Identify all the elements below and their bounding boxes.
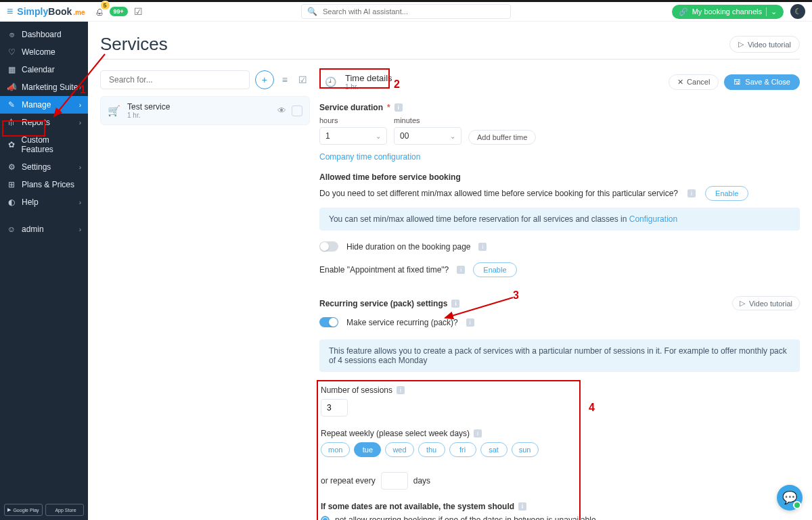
info-icon[interactable]: i <box>474 429 482 438</box>
gear-icon: ⚙ <box>7 162 16 172</box>
fixed-time-block: Enable "Appointment at fixed time"? i En… <box>319 262 800 277</box>
info-icon[interactable]: i <box>466 318 474 327</box>
hours-value: 1 <box>325 131 330 141</box>
duration-label: Service duration * i <box>319 103 800 112</box>
sidebar-item-user[interactable]: ☺ admin › <box>0 220 88 238</box>
hide-duration-toggle[interactable] <box>319 241 338 252</box>
company-time-config-link[interactable]: Company time configuration <box>319 152 420 162</box>
sessions-wrapper: Number of sessions i Repeat weekly (plea… <box>319 381 800 520</box>
configuration-link[interactable]: Configuration <box>629 214 677 224</box>
visibility-icon[interactable]: 👁 <box>277 105 286 116</box>
detail-header: 🕘 Time details 1 hr. ✕ Cancel 🖫 Save & C… <box>319 70 800 93</box>
unavail-option-0[interactable]: not allow recurring bookings if one of t… <box>321 515 798 520</box>
cancel-button[interactable]: ✕ Cancel <box>669 74 719 90</box>
plans-icon: ⊞ <box>7 180 16 189</box>
top-icons: 🕭 5 99+ ☑ <box>95 6 143 18</box>
content-columns: + ≡ ☑ 🛒 Test service 1 hr. 👁 <box>100 70 800 520</box>
logo-book: Book <box>48 6 72 17</box>
select-all-icon[interactable]: ☑ <box>296 72 310 88</box>
day-chip-sat[interactable]: sat <box>480 442 508 457</box>
store-label: App Store <box>55 508 76 513</box>
clock-icon: 🕘 <box>322 74 338 90</box>
logo-s: S <box>17 6 23 17</box>
sidebar-item-welcome[interactable]: ♡ Welcome <box>0 43 88 61</box>
sidebar-item-help[interactable]: ◐ Help › <box>0 193 88 211</box>
list-view-icon[interactable]: ≡ <box>279 72 290 88</box>
info-icon[interactable]: i <box>457 266 465 274</box>
ai-search-input[interactable] <box>321 7 505 16</box>
ai-search[interactable]: 🔍 <box>301 4 511 19</box>
activity-badge[interactable]: 99+ <box>109 6 129 17</box>
sidebar-item-label: Manage <box>22 100 51 110</box>
video-tutorial-button[interactable]: ▷ Video tutorial <box>729 36 800 53</box>
day-chip-sun[interactable]: sun <box>512 442 539 457</box>
quick-calendar-icon[interactable]: ☑ <box>134 6 143 17</box>
menu-toggle-icon[interactable]: ≡ <box>7 5 13 18</box>
hide-duration-block: Hide duration on the booking page i <box>319 241 800 252</box>
chat-fab[interactable]: 💬 <box>777 485 803 511</box>
repeat-every-row: or repeat every days <box>321 472 798 490</box>
banner-prefix: You can set min/max allowed time before … <box>329 214 629 224</box>
make-recurring-toggle[interactable] <box>319 317 338 327</box>
info-icon[interactable]: i <box>518 502 526 511</box>
service-checkbox[interactable] <box>292 105 302 116</box>
sidebar-item-settings[interactable]: ⚙ Settings › <box>0 158 88 176</box>
services-search[interactable] <box>100 70 250 89</box>
add-buffer-label: Add buffer time <box>477 133 527 141</box>
info-icon[interactable]: i <box>394 103 403 112</box>
sidebar-item-custom-features[interactable]: ✿ Custom Features <box>0 131 88 158</box>
sidebar-item-calendar[interactable]: ▦ Calendar <box>0 61 88 78</box>
minutes-select[interactable]: 00 ⌄ <box>394 127 461 145</box>
required-marker: * <box>387 103 390 112</box>
google-play-link[interactable]: ▶ Google Play <box>4 504 43 516</box>
add-service-button[interactable]: + <box>255 70 274 89</box>
detail-title: Time details <box>345 73 392 83</box>
sidebar-item-reports[interactable]: ⫛ Reports › <box>0 114 88 131</box>
store-label: Google Play <box>13 508 39 513</box>
day-chip-wed[interactable]: wed <box>385 442 413 457</box>
sidebar-item-marketing[interactable]: 📣 Marketing Suite › <box>0 78 88 96</box>
day-chip-mon[interactable]: mon <box>321 442 350 457</box>
enable-fixed-time-button[interactable]: Enable <box>473 262 516 277</box>
sidebar: ⌾ Dashboard ♡ Welcome ▦ Calendar 📣 Marke… <box>0 22 88 520</box>
brand-logo[interactable]: SimplyBook.me <box>17 6 85 17</box>
sidebar-item-dashboard[interactable]: ⌾ Dashboard <box>0 26 88 43</box>
app-store-link[interactable]: App Store <box>45 504 84 516</box>
recurring-heading: Recurring service (pack) settings <box>319 299 447 308</box>
day-chip-fri[interactable]: fri <box>449 442 476 457</box>
enable-allowed-time-button[interactable]: Enable <box>705 186 748 201</box>
service-list-item[interactable]: 🛒 Test service 1 hr. 👁 <box>100 96 310 125</box>
add-buffer-button[interactable]: Add buffer time <box>468 130 536 145</box>
notifications-button[interactable]: 🕭 5 <box>95 6 105 18</box>
services-search-input[interactable] <box>108 74 242 85</box>
info-icon[interactable]: i <box>687 189 696 197</box>
sessions-label: Number of sessions <box>321 385 392 395</box>
app-store-links: ▶ Google Play App Store <box>0 500 88 520</box>
day-chip-tue[interactable]: tue <box>354 442 381 457</box>
service-item-text: Test service 1 hr. <box>127 102 170 119</box>
day-chip-thu[interactable]: thu <box>418 442 445 457</box>
theme-toggle[interactable]: ☾ <box>790 4 805 19</box>
hours-select[interactable]: 1 ⌄ <box>319 127 387 145</box>
sidebar-item-label: Dashboard <box>22 30 62 39</box>
info-icon[interactable]: i <box>451 300 459 308</box>
duration-block: Service duration * i hours 1 ⌄ minutes <box>319 103 800 162</box>
save-close-button[interactable]: 🖫 Save & Close <box>724 74 800 90</box>
sessions-input[interactable] <box>321 399 348 417</box>
sidebar-item-plans[interactable]: ⊞ Plans & Prices <box>0 176 88 193</box>
recurring-video-tutorial-button[interactable]: ▷ Video tutorial <box>732 296 800 310</box>
booking-channels-button[interactable]: 🔗 My booking channels ⌄ <box>672 5 784 19</box>
sidebar-item-label: admin <box>22 224 44 234</box>
info-icon[interactable]: i <box>397 386 405 394</box>
minutes-field: minutes 00 ⌄ <box>394 116 461 145</box>
repeat-weekly-label: Repeat weekly (please select week days) <box>321 429 470 438</box>
sidebar-item-label: Plans & Prices <box>22 180 74 189</box>
repeat-days-input[interactable] <box>381 472 408 490</box>
dashboard-icon: ⌾ <box>7 30 16 39</box>
info-icon[interactable]: i <box>478 243 487 251</box>
help-icon: ◐ <box>7 197 16 207</box>
topbar-center: 🔍 <box>301 4 511 19</box>
sidebar-item-label: Calendar <box>22 65 55 74</box>
sidebar-item-manage[interactable]: ✎ Manage › <box>0 96 88 114</box>
duration-row: hours 1 ⌄ minutes 00 ⌄ <box>319 116 800 145</box>
